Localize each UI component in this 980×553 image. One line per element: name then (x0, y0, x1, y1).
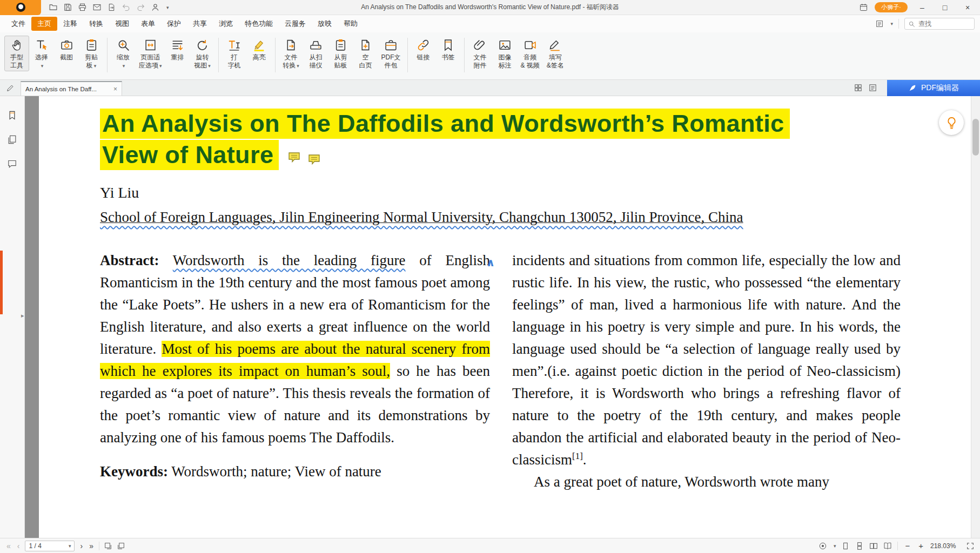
scrollbar-thumb[interactable] (972, 119, 979, 156)
first-page-button[interactable]: « (5, 542, 12, 550)
tool-select[interactable]: 选择 ▾ (29, 36, 54, 72)
grid-view-icon[interactable] (854, 83, 863, 92)
page-number-box[interactable]: 1 / 4 ▾ (25, 541, 75, 551)
comments-panel-icon[interactable] (7, 159, 17, 169)
export-icon[interactable] (107, 3, 116, 12)
tool-clipboard[interactable]: 剪贴 板▾ (79, 36, 104, 72)
pdf-editor-button[interactable]: PDF编辑器 (887, 80, 980, 96)
title-highlight[interactable]: An Analysis on The Daffodils and Wordswo… (100, 109, 790, 139)
previous-page-button[interactable]: ‹ (16, 542, 21, 550)
scanner-icon (309, 38, 323, 52)
search-box[interactable] (904, 18, 975, 30)
tool-zoom[interactable]: 缩放 ▾ (111, 36, 136, 72)
tool-label: 音频 (523, 53, 536, 62)
tool-label: 文件 (474, 53, 487, 62)
fullscreen-icon[interactable] (966, 542, 975, 550)
select-text-icon (35, 38, 49, 52)
sticky-note-icon[interactable] (306, 153, 322, 166)
document-tab[interactable]: An Analysis on The Daff... × (21, 81, 122, 96)
save-icon[interactable] (63, 3, 72, 12)
vertical-scrollbar[interactable] (971, 96, 980, 538)
tool-link[interactable]: 链接 (411, 36, 436, 63)
squiggly-annotation[interactable]: Wordsworth is the leading figure (173, 252, 406, 268)
user-badge[interactable]: 小狮子· (875, 2, 908, 12)
tool-file-convert[interactable]: 文件 转换▾ (279, 36, 304, 72)
tool-bookmark[interactable]: 书签 (436, 36, 461, 63)
tool-image-annotation[interactable]: 图像 标注 (493, 36, 518, 71)
tool-hand[interactable]: 手型 工具 (4, 36, 29, 71)
next-view-icon[interactable] (117, 542, 125, 550)
menu-tab-form[interactable]: 表单 (135, 17, 161, 31)
tool-from-scanner[interactable]: 从扫 描仪 (304, 36, 328, 71)
tool-typewriter[interactable]: 打 字机 (222, 36, 247, 71)
close-button[interactable]: × (959, 3, 976, 12)
insert-caret-annotation[interactable]: ∧ (486, 256, 495, 269)
sticky-note-icon[interactable] (286, 151, 302, 164)
tab-close-icon[interactable]: × (113, 85, 117, 93)
tool-label: 链接 (417, 53, 430, 62)
title-highlight[interactable]: View of Nature (100, 140, 279, 170)
squiggly-annotation[interactable]: School of Foreign Languages, Jilin Engin… (100, 209, 743, 225)
menu-tab-protect[interactable]: 保护 (161, 17, 187, 31)
redo-icon[interactable] (136, 3, 145, 12)
menu-tab-comment[interactable]: 注释 (57, 17, 83, 31)
bookmarks-panel-icon[interactable] (7, 110, 17, 120)
menu-tab-file[interactable]: 文件 (5, 17, 31, 31)
paste-clipboard-icon (334, 38, 347, 52)
tabbar-right: PDF编辑器 (854, 80, 980, 96)
tool-audio-video[interactable]: 音频 & 视频 (518, 36, 543, 71)
last-page-button[interactable]: » (88, 542, 95, 550)
abstract-label: Abstract: (100, 252, 159, 268)
calendar-icon[interactable] (859, 3, 868, 12)
tool-file-attachment[interactable]: 文件 附件 (468, 36, 493, 71)
menu-tab-browse[interactable]: 浏览 (213, 17, 239, 31)
panel-expand-handle[interactable]: ▸ (21, 312, 24, 319)
assistant-lightbulb-button[interactable] (939, 110, 964, 135)
tool-reflow[interactable]: 重排 (165, 36, 190, 63)
previous-view-icon[interactable] (104, 542, 112, 550)
reading-mode-icon[interactable] (875, 19, 884, 28)
account-icon[interactable] (151, 3, 160, 12)
tool-rotate-view[interactable]: 旋转 视图▾ (190, 36, 215, 72)
pdf-page[interactable]: ∧ An Analysis on The Daffodils and Words… (39, 96, 971, 538)
facing-pages-icon[interactable] (869, 542, 878, 550)
menu-tab-share[interactable]: 共享 (187, 17, 213, 31)
book-view-icon[interactable] (883, 542, 892, 550)
search-input[interactable] (918, 20, 962, 28)
email-icon[interactable] (92, 3, 102, 12)
continuous-page-icon[interactable] (855, 542, 864, 550)
menu-tab-cloud[interactable]: 云服务 (279, 17, 312, 31)
tool-fill-sign[interactable]: 填写 &签名 (543, 36, 568, 71)
single-page-icon[interactable] (841, 542, 850, 550)
tool-from-clipboard[interactable]: 从剪 贴板 (328, 36, 353, 71)
annotate-pencil-icon[interactable] (0, 80, 21, 96)
tool-highlight[interactable]: 高亮 (247, 36, 272, 63)
menu-tab-convert[interactable]: 转换 (83, 17, 109, 31)
tool-blank-page[interactable]: 空 白页 (353, 36, 378, 71)
tool-label: 附件 (474, 62, 487, 70)
open-file-icon[interactable] (49, 3, 58, 12)
next-page-button[interactable]: › (79, 542, 84, 550)
tool-page-fit[interactable]: 页面适 应选项▾ (136, 36, 165, 72)
menu-tab-features[interactable]: 特色功能 (239, 17, 279, 31)
zoom-in-button[interactable]: + (917, 541, 925, 550)
menu-tab-view[interactable]: 视图 (109, 17, 135, 31)
tool-snapshot[interactable]: 截图 (54, 36, 79, 63)
view-mode-caret[interactable]: ▾ (834, 543, 836, 549)
rotate-icon (196, 38, 209, 52)
menu-tab-help[interactable]: 帮助 (338, 17, 364, 31)
menu-tab-slideshow[interactable]: 放映 (312, 17, 338, 31)
tool-pdf-portfolio[interactable]: PDF文 件包 (378, 36, 404, 71)
pages-panel-icon[interactable] (7, 134, 17, 145)
qat-dropdown-caret[interactable]: ▾ (166, 5, 169, 10)
menu-tab-home[interactable]: 主页 (31, 17, 57, 31)
view-mode-icon[interactable] (818, 542, 827, 550)
print-icon[interactable] (78, 3, 87, 12)
maximize-button[interactable]: □ (937, 3, 953, 12)
read-view-icon[interactable] (868, 83, 877, 92)
zoom-out-button[interactable]: − (903, 541, 911, 550)
minimize-button[interactable]: – (914, 3, 930, 12)
undo-icon[interactable] (122, 3, 131, 12)
reading-mode-caret[interactable]: ▾ (890, 21, 893, 26)
foxit-logo[interactable] (0, 0, 41, 15)
